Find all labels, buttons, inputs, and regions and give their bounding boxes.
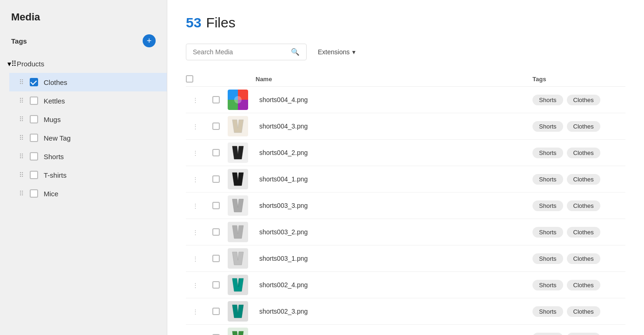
tags-col-header: Tags: [532, 76, 625, 83]
tag-badge: Clothes: [567, 333, 600, 335]
row-drag-handle: ⋮: [186, 176, 204, 183]
drag-handle-icon: ⠿: [17, 96, 26, 105]
row-drag-handle: ⋮: [186, 202, 204, 209]
tag-badge: Clothes: [567, 95, 600, 105]
main-content: 53 Files 🔍 Extensions ▾ Name Tags ⋮: [167, 0, 644, 335]
clothes-checkbox[interactable]: [30, 78, 38, 86]
tag-badge: Clothes: [567, 253, 600, 264]
tag-badge: Shorts: [532, 148, 563, 158]
tag-badge: Shorts: [532, 95, 563, 105]
search-input[interactable]: [193, 48, 287, 56]
tag-badge: Shorts: [532, 253, 563, 264]
file-name: shorts003_2.png: [256, 228, 532, 236]
row-checkbox[interactable]: [212, 96, 220, 103]
file-thumbnail: [228, 169, 248, 189]
sidebar-item-label: Clothes: [44, 78, 67, 86]
row-checkbox[interactable]: [212, 228, 220, 236]
extensions-button[interactable]: Extensions ▾: [312, 45, 361, 59]
tag-badge: Shorts: [532, 227, 563, 238]
select-all-col: [186, 75, 204, 83]
files-label: Files: [206, 15, 235, 31]
tag-badge: Shorts: [532, 121, 563, 132]
table-row: ⋮ shorts002_2.png ShortsClothes: [186, 325, 625, 335]
file-name: shorts002_4.png: [256, 281, 532, 289]
row-checkbox-cell: [204, 255, 228, 262]
drag-handle-icon: ⠿: [17, 170, 26, 180]
name-col-header: Name: [256, 76, 532, 83]
mice-checkbox[interactable]: [30, 189, 38, 198]
tshirts-checkbox[interactable]: [30, 171, 38, 179]
file-name: shorts004_4.png: [256, 96, 532, 103]
row-checkbox[interactable]: [212, 122, 220, 130]
table-row: ⋮ shorts004_3.png ShortsClothes: [186, 113, 625, 140]
sidebar-item-mugs[interactable]: ⠿ Mugs: [9, 110, 167, 129]
table-row: ⋮ shorts003_1.png ShortsClothes: [186, 245, 625, 272]
row-checkbox-cell: [204, 202, 228, 209]
row-drag-handle: ⋮: [186, 282, 204, 289]
file-tags: ShortsClothes: [532, 200, 625, 211]
file-thumbnail: [228, 142, 248, 163]
row-checkbox-cell: [204, 96, 228, 103]
row-drag-handle: ⋮: [186, 255, 204, 262]
tag-badge: Clothes: [567, 121, 600, 132]
app-title: Media: [0, 11, 167, 34]
drag-handle-icon: ⠿: [17, 189, 26, 198]
svg-rect-10: [228, 248, 248, 269]
file-thumbnail: [228, 90, 248, 110]
row-checkbox[interactable]: [212, 149, 220, 156]
file-thumbnail: [228, 222, 248, 242]
select-all-checkbox[interactable]: [186, 75, 193, 83]
shorts-checkbox[interactable]: [30, 152, 38, 161]
row-checkbox[interactable]: [212, 281, 220, 289]
row-checkbox-cell: [204, 175, 228, 183]
row-checkbox[interactable]: [212, 202, 220, 209]
tag-badge: Shorts: [532, 306, 563, 317]
file-tags: ShortsClothes: [532, 121, 625, 132]
svg-rect-13: [228, 328, 248, 335]
sidebar-item-tshirts[interactable]: ⠿ T-shirts: [9, 166, 167, 184]
file-name: shorts004_3.png: [256, 122, 532, 130]
drag-handle-icon: ⠿: [11, 59, 17, 68]
sidebar-item-shorts[interactable]: ⠿ Shorts: [9, 147, 167, 166]
sidebar-subitems: ⠿ Clothes ⠿ Kettles ⠿ Mugs ⠿ New Tag ⠿ S…: [0, 73, 167, 203]
sidebar-item-label: T-shirts: [44, 171, 66, 179]
svg-rect-9: [228, 222, 248, 242]
table-row: ⋮ shorts002_4.png ShortsClothes: [186, 272, 625, 298]
file-tags: ShortsClothes: [532, 253, 625, 264]
tag-badge: Shorts: [532, 280, 563, 290]
row-drag-handle: ⋮: [186, 97, 204, 103]
row-checkbox[interactable]: [212, 255, 220, 262]
sidebar-item-label: Shorts: [44, 153, 64, 161]
file-thumbnail: [228, 195, 248, 216]
tag-badge: Clothes: [567, 200, 600, 211]
tags-header: Tags +: [0, 34, 167, 55]
sidebar-item-label: Kettles: [44, 97, 65, 105]
svg-rect-8: [228, 195, 248, 216]
search-box: 🔍: [186, 44, 307, 60]
sidebar-item-products[interactable]: ▾ ⠿ Products: [0, 55, 167, 73]
sidebar-item-clothes[interactable]: ⠿ Clothes: [9, 73, 167, 91]
new-tag-checkbox[interactable]: [30, 134, 38, 142]
chevron-down-icon: ▾: [352, 48, 355, 56]
row-drag-handle: ⋮: [186, 308, 204, 315]
svg-rect-6: [228, 142, 248, 163]
svg-rect-12: [228, 301, 248, 322]
sidebar-item-new-tag[interactable]: ⠿ New Tag: [9, 129, 167, 147]
file-count: 53: [186, 15, 201, 31]
add-tag-button[interactable]: +: [143, 34, 156, 47]
row-checkbox[interactable]: [212, 175, 220, 183]
sidebar-item-kettles[interactable]: ⠿ Kettles: [9, 91, 167, 110]
file-thumbnail: [228, 328, 248, 335]
sidebar-item-label: Products: [17, 60, 44, 68]
sidebar-item-label: Mice: [44, 190, 59, 198]
tag-badge: Shorts: [532, 200, 563, 211]
mugs-checkbox[interactable]: [30, 115, 38, 123]
tag-badge: Shorts: [532, 333, 563, 335]
row-checkbox-cell: [204, 228, 228, 236]
svg-rect-5: [228, 116, 248, 136]
table-row: ⋮ shorts003_3.png ShortsClothes: [186, 193, 625, 219]
tag-badge: Clothes: [567, 280, 600, 290]
row-checkbox[interactable]: [212, 308, 220, 315]
kettles-checkbox[interactable]: [30, 97, 38, 105]
sidebar-item-mice[interactable]: ⠿ Mice: [9, 184, 167, 203]
